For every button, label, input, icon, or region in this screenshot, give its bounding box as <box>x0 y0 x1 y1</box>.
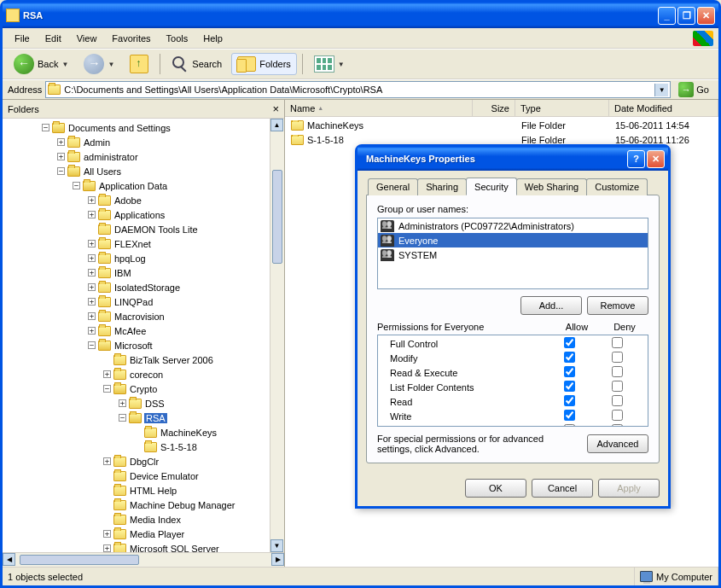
col-size[interactable]: Size <box>473 100 515 116</box>
add-button[interactable]: Add... <box>520 296 582 315</box>
tree-item[interactable]: HTML Help <box>129 486 177 496</box>
scroll-down-icon[interactable]: ▼ <box>270 539 283 552</box>
expando[interactable]: − <box>88 341 96 349</box>
horizontal-scrollbar[interactable]: ◀ ▶ <box>3 552 284 567</box>
tab-sharing[interactable]: Sharing <box>417 178 467 195</box>
go-button[interactable]: → Go <box>674 80 713 99</box>
group-item[interactable]: Administrators (PC097722\Administrators) <box>378 218 648 233</box>
tree-item[interactable]: McAfee <box>113 326 147 336</box>
tree-item[interactable]: S-1-5-18 <box>160 442 198 452</box>
expando[interactable]: + <box>88 312 96 320</box>
back-button[interactable]: Back ▼ <box>8 50 74 78</box>
allow-checkbox[interactable] <box>564 410 575 421</box>
tree-item[interactable]: Documents and Settings <box>67 123 172 133</box>
minimize-button[interactable]: _ <box>658 7 676 25</box>
expando[interactable]: − <box>119 414 126 422</box>
expando[interactable]: + <box>88 269 96 277</box>
tree-item[interactable]: Adobe <box>113 195 142 206</box>
tab-customize[interactable]: Customize <box>586 178 648 195</box>
folders-button[interactable]: Folders <box>231 53 297 75</box>
remove-button[interactable]: Remove <box>587 296 648 315</box>
expando[interactable]: − <box>42 124 49 131</box>
dialog-close-button[interactable]: ✕ <box>647 150 665 168</box>
tree-item[interactable]: corecon <box>129 370 164 380</box>
folder-tree[interactable]: −Documents and Settings +Admin +administ… <box>3 119 284 567</box>
tree-item[interactable]: Media Player <box>129 529 185 539</box>
group-item-selected[interactable]: Everyone <box>378 233 648 247</box>
ok-button[interactable]: OK <box>465 479 526 498</box>
tree-item[interactable]: IsolatedStorage <box>113 282 181 293</box>
expando[interactable]: + <box>103 530 111 538</box>
search-button[interactable]: Search <box>166 52 228 76</box>
scroll-thumb[interactable] <box>272 170 282 264</box>
address-input[interactable]: C:\Documents and Settings\All Users\Appl… <box>45 81 671 98</box>
deny-checkbox[interactable] <box>612 337 623 348</box>
tree-item[interactable]: LINQPad <box>113 297 154 307</box>
allow-checkbox[interactable] <box>564 366 575 377</box>
expando[interactable]: + <box>119 399 126 407</box>
tree-item[interactable]: Device Emulator <box>129 471 200 481</box>
up-button[interactable] <box>124 51 154 77</box>
menu-favorites[interactable]: Favorites <box>105 32 157 45</box>
scroll-right-icon[interactable]: ▶ <box>271 553 284 566</box>
close-button[interactable]: ✕ <box>697 7 715 25</box>
expando[interactable]: + <box>103 370 111 378</box>
close-pane-button[interactable]: × <box>272 102 279 115</box>
tree-item[interactable]: MachineKeys <box>160 428 218 438</box>
titlebar[interactable]: RSA _ ❐ ✕ <box>3 3 718 28</box>
tab-security[interactable]: Security <box>466 178 517 195</box>
deny-checkbox[interactable] <box>612 381 623 392</box>
expando[interactable]: + <box>57 138 65 146</box>
allow-checkbox[interactable] <box>564 424 575 427</box>
tree-item[interactable]: hpqLog <box>113 253 147 264</box>
expando[interactable]: + <box>88 254 96 262</box>
group-listbox[interactable]: Administrators (PC097722\Administrators)… <box>377 218 648 289</box>
tab-web-sharing[interactable]: Web Sharing <box>516 178 587 195</box>
expando[interactable]: + <box>88 211 96 218</box>
menu-help[interactable]: Help <box>196 32 230 45</box>
allow-checkbox[interactable] <box>564 337 575 348</box>
scroll-left-icon[interactable]: ◀ <box>3 553 15 566</box>
deny-checkbox[interactable] <box>612 366 623 377</box>
scroll-thumb[interactable] <box>20 555 139 565</box>
expando[interactable]: − <box>73 182 80 189</box>
forward-button[interactable]: ▼ <box>78 50 120 78</box>
tree-item-selected[interactable]: RSA <box>144 413 167 423</box>
tree-item[interactable]: Microsoft <box>113 341 154 351</box>
col-type[interactable]: Type <box>515 100 609 116</box>
tree-item[interactable]: Macrovision <box>113 311 166 322</box>
dialog-titlebar[interactable]: MachineKeys Properties ? ✕ <box>358 147 668 171</box>
apply-button[interactable]: Apply <box>598 479 660 498</box>
permissions-listbox[interactable]: Full Control Modify Read & Execute List … <box>377 335 648 427</box>
tree-item[interactable]: Crypto <box>129 384 158 394</box>
expando[interactable]: − <box>103 385 111 393</box>
tree-item[interactable]: IBM <box>113 268 132 278</box>
tree-item[interactable]: DAEMON Tools Lite <box>113 224 199 235</box>
allow-checkbox[interactable] <box>564 381 575 392</box>
tree-item[interactable]: All Users <box>83 166 122 177</box>
tree-item[interactable]: DSS <box>144 399 166 409</box>
menu-edit[interactable]: Edit <box>38 32 68 45</box>
expando[interactable]: − <box>57 167 65 175</box>
tab-general[interactable]: General <box>368 178 418 195</box>
allow-checkbox[interactable] <box>564 352 575 363</box>
expando[interactable]: + <box>88 196 96 204</box>
views-button[interactable]: ▼ <box>308 52 351 76</box>
deny-checkbox[interactable] <box>612 395 623 406</box>
expando[interactable]: + <box>88 240 96 247</box>
tree-item[interactable]: BizTalk Server 2006 <box>129 355 214 365</box>
menu-tools[interactable]: Tools <box>160 32 195 45</box>
menu-view[interactable]: View <box>70 32 104 45</box>
deny-checkbox[interactable] <box>612 352 623 363</box>
tree-item[interactable]: administrator <box>83 152 139 162</box>
col-name[interactable]: Name▲ <box>285 100 473 116</box>
scroll-up-icon[interactable]: ▲ <box>270 119 283 131</box>
expando[interactable]: + <box>103 457 111 465</box>
group-item[interactable]: SYSTEM <box>378 247 648 262</box>
cancel-button[interactable]: Cancel <box>532 479 593 498</box>
deny-checkbox[interactable] <box>612 424 623 427</box>
expando[interactable]: + <box>88 327 96 335</box>
menu-file[interactable]: File <box>8 32 37 45</box>
vertical-scrollbar[interactable]: ▲ ▼ <box>270 119 284 552</box>
tree-item[interactable]: Machine Debug Manager <box>129 500 236 510</box>
